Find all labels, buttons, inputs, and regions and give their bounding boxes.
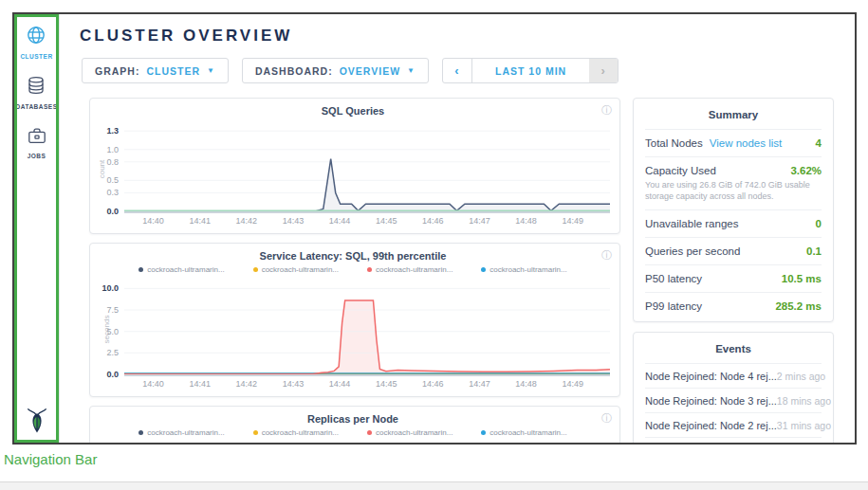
page-title: CLUSTER OVERVIEW <box>80 27 855 45</box>
summary-value: 0.1 <box>806 245 822 257</box>
annotation-label: Navigation Bar <box>4 451 97 467</box>
y-tick: 0.8 <box>106 157 119 167</box>
summary-value: 285.2 ms <box>775 300 822 312</box>
dashboard-dropdown[interactable]: DASHBOARD: OVERVIEW ▼ <box>242 58 429 83</box>
event-time: 31 mins ago <box>777 420 831 431</box>
legend-item[interactable]: cockroach-ultramarin... <box>481 428 566 437</box>
summary-row: Capacity Used3.62%You are using 26.8 GiB… <box>645 157 822 210</box>
dashboard-dropdown-label: DASHBOARD: <box>255 65 333 77</box>
graph-dropdown-label: GRAPH: <box>95 65 139 77</box>
x-tick: 14:48 <box>515 379 537 389</box>
chart-body: count1.31.00.80.50.30.0 <box>96 126 610 213</box>
y-tick: 0.3 <box>106 188 119 197</box>
x-axis: 14:4014:4114:4214:4314:4414:4514:4614:47… <box>130 213 610 227</box>
events-panel: Events Node Rejoined: Node 4 rej...2 min… <box>633 332 834 443</box>
time-range-label[interactable]: LAST 10 MIN <box>472 59 589 82</box>
summary-row-left: Total NodesView nodes list <box>645 137 782 149</box>
summary-row-main: P99 latency285.2 ms <box>645 300 822 312</box>
summary-row-main: Total NodesView nodes list4 <box>645 137 822 149</box>
sidebar-item-label: CLUSTER <box>20 53 52 60</box>
x-tick: 14:43 <box>283 216 305 226</box>
summary-row-left: Queries per second <box>645 245 740 257</box>
info-icon[interactable]: ⓘ <box>601 411 612 426</box>
summary-row-left: P50 latency <box>645 273 702 284</box>
x-tick: 14:42 <box>236 216 258 226</box>
event-time: 18 mins ago <box>777 395 831 407</box>
y-axis: 1.31.00.80.50.30.0 <box>96 126 124 211</box>
legend-dot <box>139 267 143 272</box>
y-tick: 1.0 <box>106 145 119 154</box>
summary-value: 3.62% <box>790 165 822 176</box>
legend-label: cockroach-ultramarin... <box>147 428 224 437</box>
legend-item[interactable]: cockroach-ultramarin... <box>253 428 339 437</box>
event-time: 2 mins ago <box>777 371 825 382</box>
chart-legend: cockroach-ultramarin...cockroach-ultrama… <box>96 428 610 437</box>
sidebar-item-jobs[interactable]: JOBS <box>27 126 47 159</box>
summary-panel: Summary Total NodesView nodes list4Capac… <box>633 98 834 322</box>
x-tick: 14:45 <box>376 379 397 389</box>
time-range-control: ‹ LAST 10 MIN › <box>442 58 619 83</box>
summary-row-left: P99 latency <box>645 300 702 312</box>
view-nodes-link[interactable]: View nodes list <box>710 137 783 149</box>
right-column: Summary Total NodesView nodes list4Capac… <box>633 98 834 443</box>
cockroachdb-logo[interactable] <box>25 407 49 438</box>
y-tick: 7.5 <box>106 305 119 315</box>
legend-dot <box>253 430 258 435</box>
x-tick: 14:41 <box>189 216 211 226</box>
graph-dropdown[interactable]: GRAPH: CLUSTER ▼ <box>82 58 229 83</box>
graph-dropdown-value: CLUSTER <box>146 65 200 77</box>
chart-title: Replicas per Node <box>96 413 610 425</box>
chart-title: SQL Queries <box>96 105 610 117</box>
page-bottom-strip <box>0 481 868 490</box>
summary-row: Queries per second0.1 <box>645 238 822 265</box>
chart-title: Service Latency: SQL, 99th percentile <box>96 250 610 262</box>
dashboard-dropdown-value: OVERVIEW <box>340 65 400 77</box>
legend-item[interactable]: cockroach-ultramarin... <box>139 428 224 437</box>
legend-dot <box>367 430 372 435</box>
time-range-prev-button[interactable]: ‹ <box>443 59 472 82</box>
y-tick: 5.0 <box>106 327 119 336</box>
summary-value: 0 <box>816 218 822 229</box>
sidebar-item-databases[interactable]: DATABASES <box>16 76 58 110</box>
x-axis: 14:4014:4114:4214:4314:4414:4514:4614:47… <box>130 376 610 390</box>
summary-row: P99 latency285.2 ms <box>645 293 822 319</box>
event-row: Node Rejoined: Node 2 rej...31 mins ago <box>645 413 822 438</box>
x-tick: 14:45 <box>376 216 397 226</box>
y-tick: 10.0 <box>102 283 119 293</box>
legend-dot <box>481 267 486 272</box>
sidebar-item-cluster[interactable]: CLUSTER <box>20 25 52 60</box>
chart-sql-queries: SQL Queriesⓘcount1.31.00.80.50.30.014:40… <box>89 98 620 234</box>
legend-item[interactable]: cockroach-ultramarin... <box>139 265 224 274</box>
summary-label: Total Nodes <box>645 137 703 149</box>
chevron-down-icon: ▼ <box>207 66 215 75</box>
cluster-globe-icon <box>26 25 46 49</box>
legend-label: cockroach-ultramarin... <box>147 265 224 274</box>
legend-dot <box>481 430 486 435</box>
summary-title: Summary <box>645 99 822 130</box>
summary-label: P99 latency <box>645 300 702 312</box>
event-row: Node Rejoined: Node 4 rej...2 mins ago <box>645 364 822 389</box>
info-icon[interactable]: ⓘ <box>601 248 612 263</box>
legend-label: cockroach-ultramarin... <box>262 265 339 274</box>
legend-item[interactable]: cockroach-ultramarin... <box>481 265 566 274</box>
x-tick: 14:44 <box>329 379 351 389</box>
summary-row: Unavailable ranges0 <box>645 210 822 238</box>
x-tick: 14:47 <box>469 379 490 389</box>
time-range-next-button[interactable]: › <box>589 59 618 82</box>
summary-label: P50 latency <box>645 273 702 284</box>
y-tick: 0.5 <box>106 175 119 185</box>
legend-item[interactable]: cockroach-ultramarin... <box>253 265 339 274</box>
summary-row-main: Queries per second0.1 <box>645 245 822 257</box>
summary-row-left: Unavailable ranges <box>645 218 738 229</box>
summary-row-main: P50 latency10.5 ms <box>645 273 822 284</box>
info-icon[interactable]: ⓘ <box>601 103 612 118</box>
chart-service-latency: Service Latency: SQL, 99th percentileⓘco… <box>89 243 620 397</box>
summary-row: Total NodesView nodes list4 <box>645 130 822 157</box>
legend-label: cockroach-ultramarin... <box>489 428 566 437</box>
x-tick: 14:43 <box>283 379 305 389</box>
legend-dot <box>139 430 143 435</box>
legend-item[interactable]: cockroach-ultramarin... <box>367 428 452 437</box>
chart-legend: cockroach-ultramarin...cockroach-ultrama… <box>96 265 610 274</box>
y-tick: 0.0 <box>106 370 119 379</box>
legend-item[interactable]: cockroach-ultramarin... <box>367 265 452 274</box>
